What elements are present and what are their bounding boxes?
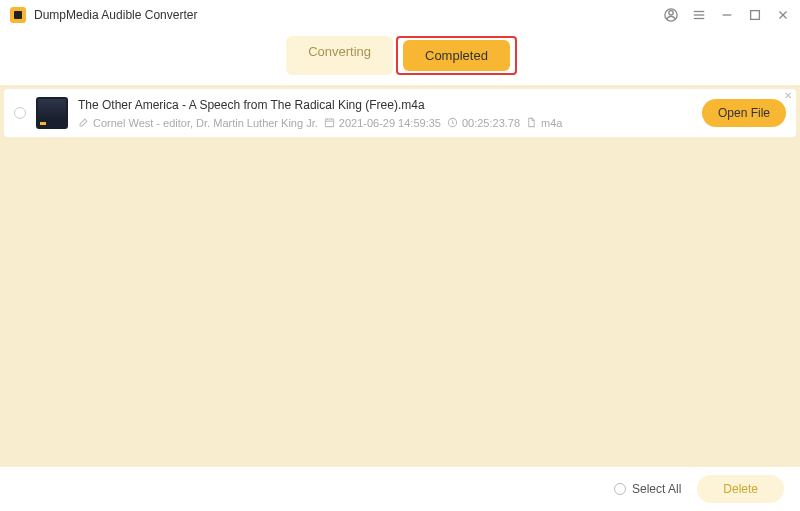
menu-icon[interactable] bbox=[692, 8, 706, 22]
select-all-checkbox[interactable] bbox=[614, 483, 626, 495]
author-text: Cornel West - editor, Dr. Martin Luther … bbox=[93, 117, 318, 129]
svg-point-0 bbox=[669, 11, 673, 15]
maximize-icon[interactable] bbox=[748, 8, 762, 22]
tabs: Converting Completed bbox=[0, 30, 800, 85]
open-file-button[interactable]: Open File bbox=[702, 99, 786, 127]
meta-author: Cornel West - editor, Dr. Martin Luther … bbox=[78, 117, 318, 129]
item-checkbox[interactable] bbox=[14, 107, 26, 119]
date-text: 2021-06-29 14:59:35 bbox=[339, 117, 441, 129]
titlebar: DumpMedia Audible Converter bbox=[0, 0, 800, 30]
file-icon bbox=[526, 117, 537, 128]
item-close-icon[interactable]: ✕ bbox=[784, 91, 792, 101]
item-meta: Cornel West - editor, Dr. Martin Luther … bbox=[78, 117, 692, 129]
item-title: The Other America - A Speech from The Ra… bbox=[78, 98, 692, 112]
app-logo bbox=[10, 7, 26, 23]
format-text: m4a bbox=[541, 117, 562, 129]
item-info: The Other America - A Speech from The Ra… bbox=[78, 98, 692, 129]
tab-highlight: Completed bbox=[396, 36, 517, 75]
list-item: The Other America - A Speech from The Ra… bbox=[4, 89, 796, 137]
select-all[interactable]: Select All bbox=[614, 482, 681, 496]
account-icon[interactable] bbox=[664, 8, 678, 22]
close-icon[interactable] bbox=[776, 8, 790, 22]
duration-text: 00:25:23.78 bbox=[462, 117, 520, 129]
clock-icon bbox=[447, 117, 458, 128]
svg-rect-6 bbox=[751, 11, 760, 20]
list-area: The Other America - A Speech from The Ra… bbox=[0, 85, 800, 467]
meta-duration: 00:25:23.78 bbox=[447, 117, 520, 129]
tab-completed[interactable]: Completed bbox=[403, 40, 510, 71]
tab-converting[interactable]: Converting bbox=[286, 36, 393, 75]
footer: Select All Delete bbox=[0, 467, 800, 511]
window-controls bbox=[664, 8, 790, 22]
meta-date: 2021-06-29 14:59:35 bbox=[324, 117, 441, 129]
author-icon bbox=[78, 117, 89, 128]
meta-format: m4a bbox=[526, 117, 562, 129]
minimize-icon[interactable] bbox=[720, 8, 734, 22]
app-title: DumpMedia Audible Converter bbox=[34, 8, 664, 22]
delete-button[interactable]: Delete bbox=[697, 475, 784, 503]
item-thumbnail bbox=[36, 97, 68, 129]
select-all-label: Select All bbox=[632, 482, 681, 496]
svg-rect-9 bbox=[325, 119, 333, 127]
calendar-icon bbox=[324, 117, 335, 128]
